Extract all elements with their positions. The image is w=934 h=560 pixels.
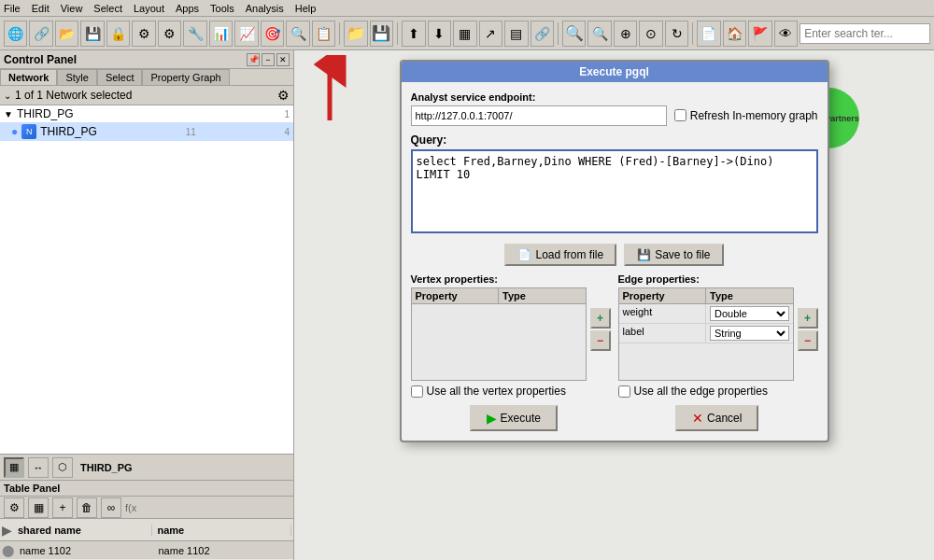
toolbar-btn-5[interactable]: 🔒 [106, 21, 130, 47]
table-columns-btn[interactable]: ▦ [28, 497, 49, 518]
tab-network[interactable]: Network [0, 69, 57, 85]
query-textarea[interactable]: select Fred,Barney,Dino WHERE (Fred)-[Ba… [411, 149, 818, 233]
toolbar-table[interactable]: ▦ [453, 21, 476, 47]
table-merge-btn[interactable]: ∞ [101, 497, 121, 518]
tab-property-graph[interactable]: Property Graph [142, 69, 229, 85]
menu-help[interactable]: Help [295, 3, 317, 14]
toolbar-btn-1[interactable]: 🌐 [4, 21, 27, 47]
edge-type-select-0[interactable]: Double String Integer [710, 306, 789, 321]
toolbar-grid[interactable]: ▤ [504, 21, 528, 47]
settings-icon[interactable]: ⚙ [277, 88, 290, 103]
cancel-btn[interactable]: ✕ Cancel [675, 405, 758, 431]
toolbar-link[interactable]: 🔗 [531, 21, 554, 47]
cp-close[interactable]: ✕ [276, 53, 290, 66]
vertex-col-type: Type [499, 288, 586, 303]
toolbar-save[interactable]: 💾 [370, 21, 393, 47]
refresh-checkbox[interactable] [674, 109, 686, 121]
menu-tools[interactable]: Tools [210, 3, 234, 14]
network-name-label: THIRD_PG [80, 462, 133, 473]
vertex-props-container: Property Type + − [411, 287, 611, 381]
row-icon: ⬤ [2, 544, 14, 557]
toolbar-btn-7[interactable]: ⚙ [158, 21, 181, 47]
toolbar-share[interactable]: ↗ [479, 21, 502, 47]
menu-apps[interactable]: Apps [176, 3, 199, 14]
edge-props-section: Edge properties: Property Type [618, 273, 818, 398]
vertex-add-btn[interactable]: + [590, 308, 611, 329]
save-to-file-btn[interactable]: 💾 Save to file [624, 244, 723, 266]
table-delete-btn[interactable]: 🗑 [77, 497, 97, 518]
edge-col-property: Property [619, 288, 707, 303]
view-list-btn[interactable]: ↔ [28, 457, 49, 478]
toolbar-import[interactable]: ⬆ [402, 21, 425, 47]
tab-select[interactable]: Select [97, 69, 143, 85]
endpoint-input[interactable] [411, 105, 667, 126]
toolbar-btn-3[interactable]: 📂 [55, 21, 78, 47]
view-graph-btn[interactable]: ⬡ [52, 457, 73, 478]
tab-style[interactable]: Style [57, 69, 96, 85]
toolbar-btn-10[interactable]: 📈 [234, 21, 258, 47]
use-all-vertex-checkbox[interactable] [411, 385, 423, 398]
edge-row-1: label String Double Integer [619, 324, 793, 343]
toolbar-refresh[interactable]: ↻ [665, 21, 688, 47]
table-settings-btn[interactable]: ⚙ [4, 497, 24, 518]
table-row[interactable]: ⬤ name 1102 name 1102 [0, 541, 293, 560]
toolbar-zoom-100[interactable]: ⊙ [639, 21, 662, 47]
tree-root-item[interactable]: ▼ THIRD_PG 1 [0, 105, 293, 122]
menu-analysis[interactable]: Analysis [246, 3, 284, 14]
tree-child-item[interactable]: ● N THIRD_PG 11 4 [0, 122, 293, 141]
toolbar-copy[interactable]: 📄 [697, 21, 720, 47]
toolbar-btn-8[interactable]: 🔧 [183, 21, 206, 47]
search-input[interactable] [800, 23, 930, 44]
execute-btn[interactable]: ▶ Execute [470, 405, 558, 431]
toolbar-btn-12[interactable]: 🔍 [286, 21, 309, 47]
toolbar-flag[interactable]: 🚩 [748, 21, 771, 47]
view-grid-btn[interactable]: ▦ [4, 457, 24, 478]
menu-file[interactable]: File [4, 3, 21, 14]
toolbar-zoom-in[interactable]: 🔍 [562, 21, 586, 47]
menu-view[interactable]: View [61, 3, 83, 14]
menu-edit[interactable]: Edit [32, 3, 50, 14]
toolbar: 🌐 🔗 📂 💾 🔒 ⚙ ⚙ 🔧 📊 📈 🎯 🔍 📋 📁 💾 ⬆ ⬇ ▦ ↗ ▤ … [0, 17, 934, 50]
toolbar-zoom-fit[interactable]: ⊕ [614, 21, 637, 47]
toolbar-sep-3 [558, 22, 559, 45]
cp-header: Control Panel 📌 − ✕ [0, 50, 293, 69]
edge-row-0: weight Double String Integer [619, 304, 793, 324]
table-row-icon: ▶ [2, 523, 12, 538]
toolbar-btn-4[interactable]: 💾 [80, 21, 104, 47]
refresh-label: Refresh In-memory graph [690, 109, 818, 122]
edge-type-select-1[interactable]: String Double Integer [710, 326, 789, 341]
expand-icon[interactable]: ⌄ [4, 91, 11, 101]
bottom-section: ▦ ↔ ⬡ THIRD_PG Table Panel ⚙ ▦ + 🗑 ∞ f(x… [0, 454, 293, 560]
load-from-file-btn[interactable]: 📄 Load from file [504, 244, 616, 266]
edge-table-body: weight Double String Integer [619, 304, 793, 379]
execute-pgql-dialog: Execute pgql Analyst service endpoint: R… [400, 60, 829, 442]
query-section: Query: select Fred,Barney,Dino WHERE (Fr… [411, 133, 818, 236]
edge-remove-btn[interactable]: − [798, 330, 818, 351]
toolbar-btn-13[interactable]: 📋 [312, 21, 335, 47]
cp-pin[interactable]: 📌 [247, 53, 260, 66]
toolbar-open-folder[interactable]: 📁 [344, 21, 367, 47]
network-tree: ▼ THIRD_PG 1 ● N THIRD_PG 11 4 [0, 105, 293, 454]
table-add-btn[interactable]: + [52, 497, 73, 518]
tree-root-label: THIRD_PG [17, 107, 74, 120]
tree-child-count1: 11 [186, 127, 196, 137]
menu-select[interactable]: Select [93, 3, 122, 14]
toolbar-export[interactable]: ⬇ [428, 21, 451, 47]
toolbar-btn-11[interactable]: 🎯 [261, 21, 284, 47]
vertex-col-property: Property [412, 288, 500, 303]
toolbar-home[interactable]: 🏠 [723, 21, 746, 47]
toolbar-eye[interactable]: 👁 [774, 21, 798, 47]
toolbar-btn-2[interactable]: 🔗 [29, 21, 52, 47]
cp-minimize[interactable]: − [262, 53, 275, 66]
vertex-remove-btn[interactable]: − [590, 330, 611, 351]
execute-icon: ▶ [487, 411, 497, 426]
toolbar-btn-9[interactable]: 📊 [209, 21, 233, 47]
toolbar-zoom-out[interactable]: 🔍 [587, 21, 611, 47]
toolbar-btn-6[interactable]: ⚙ [132, 21, 155, 47]
edge-add-btn[interactable]: + [798, 308, 818, 329]
use-all-edge-checkbox[interactable] [618, 385, 630, 398]
table-toolbar: ▦ ↔ ⬡ THIRD_PG [0, 455, 293, 481]
menu-layout[interactable]: Layout [134, 3, 164, 14]
cp-status-text: 1 of 1 Network selected [15, 89, 132, 102]
edge-table-header: Property Type [619, 288, 793, 304]
